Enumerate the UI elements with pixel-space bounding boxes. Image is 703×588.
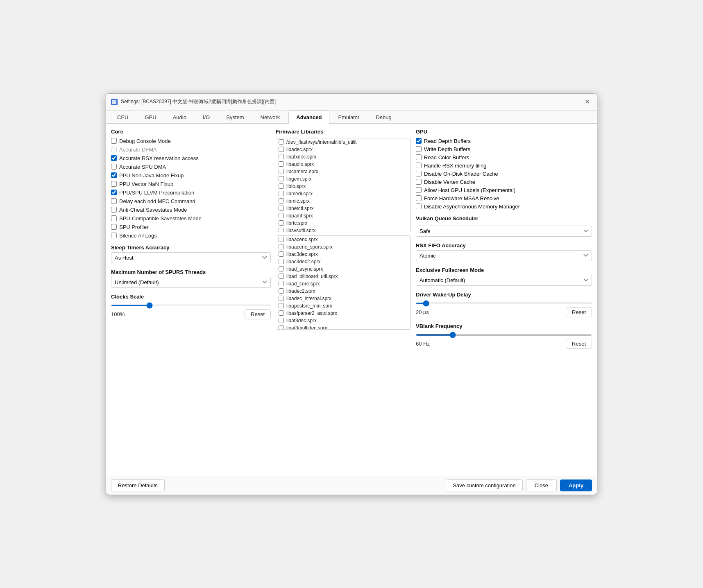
firmware-checkbox[interactable]	[279, 325, 284, 330]
firmware-checkbox[interactable]	[279, 191, 284, 196]
vulkan-queue-label: Vulkan Queue Scheduler	[416, 215, 592, 222]
firmware-checkbox[interactable]	[279, 310, 284, 316]
vertex-cache-checkbox[interactable]	[416, 179, 422, 185]
firmware-label: libad_core.sprx	[286, 281, 320, 287]
firmware-checkbox[interactable]	[279, 183, 284, 189]
firmware-label: libaudio.sprx	[286, 161, 314, 167]
tab-debug[interactable]: Debug	[368, 111, 399, 124]
checkbox-silence-logs: Silence All Logs	[111, 233, 271, 239]
tab-system[interactable]: System	[218, 111, 252, 124]
debug-console-checkbox[interactable]	[111, 138, 117, 144]
list-item: libad_async.sprx	[276, 265, 410, 273]
fullscreen-select[interactable]: Automatic (Default) Enable Disable	[416, 275, 592, 286]
checkbox-delay-mfc: Delay each odd MFC Command	[111, 198, 271, 204]
firmware-label: libat3multidec.sprx	[286, 325, 327, 330]
disk-shader-checkbox[interactable]	[416, 171, 422, 176]
apply-button[interactable]: Apply	[560, 479, 592, 491]
firmware-checkbox[interactable]	[279, 288, 284, 294]
firmware-label: libpamf.sprx	[286, 213, 313, 219]
ppu-non-java-checkbox[interactable]	[111, 172, 117, 178]
firmware-checkbox[interactable]	[279, 220, 284, 226]
ppu-vector-nan-checkbox[interactable]	[111, 181, 117, 187]
firmware-checkbox[interactable]	[279, 296, 284, 301]
firmware-checkbox[interactable]	[279, 303, 284, 308]
driver-wakeup-slider[interactable]	[416, 303, 592, 304]
anti-cheat-checkbox[interactable]	[111, 207, 117, 213]
write-depth-checkbox[interactable]	[416, 146, 422, 152]
firmware-checkbox[interactable]	[279, 228, 284, 232]
spu-profiler-checkbox[interactable]	[111, 224, 117, 230]
list-item: libmic.sprx	[276, 197, 410, 205]
tab-io[interactable]: I/O	[195, 111, 218, 124]
tab-advanced[interactable]: Advanced	[288, 111, 329, 124]
host-gpu-labels-label: Allow Host GPU Labels (Experimental)	[424, 187, 515, 193]
firmware-checkbox[interactable]	[279, 147, 284, 152]
firmware-checkbox[interactable]	[279, 161, 284, 167]
silence-logs-label: Silence All Logs	[119, 233, 157, 239]
read-depth-checkbox[interactable]	[416, 138, 422, 144]
vulkan-queue-select[interactable]: Safe Fast Conservative	[416, 226, 592, 237]
firmware-checkbox[interactable]	[279, 169, 284, 174]
tab-cpu[interactable]: CPU	[109, 111, 136, 124]
svg-rect-0	[112, 100, 116, 104]
firmware-checkbox[interactable]	[279, 318, 284, 323]
sleep-timers-select[interactable]: As Host All Timers Usleep Only Never	[111, 252, 271, 263]
firmware-label: libmedi.sprx	[286, 191, 313, 197]
firmware-checkbox[interactable]	[279, 213, 284, 218]
rsx-tiling-checkbox[interactable]	[416, 163, 422, 168]
firmware-checkbox[interactable]	[279, 176, 284, 181]
firmware-checkbox[interactable]	[279, 154, 284, 159]
firmware-label: libad_async.sprx	[286, 266, 323, 272]
firmware-checkbox[interactable]	[279, 266, 284, 271]
clocks-scale-label: Clocks Scale	[111, 294, 271, 300]
list-item: libatxdec.sprx	[276, 153, 410, 161]
firmware-checkbox[interactable]	[279, 206, 284, 211]
spu-compatible-checkbox[interactable]	[111, 215, 117, 221]
clocks-scale-slider[interactable]	[111, 305, 271, 306]
firmware-checkbox[interactable]	[279, 237, 284, 242]
tab-emulator[interactable]: Emulator	[330, 111, 367, 124]
list-item: libat3multidec.sprx	[276, 324, 410, 330]
close-button[interactable]: Close	[526, 479, 557, 491]
right-panel: GPU Read Depth Buffers Write Depth Buffe…	[416, 129, 592, 471]
delay-mfc-label: Delay each odd MFC Command	[119, 198, 195, 204]
list-item: libasfparser2_astd.sprx	[276, 310, 410, 317]
list-item: libsysutil.sprx	[276, 227, 410, 232]
rsx-fifo-select[interactable]: Atomic Relaxed Loose	[416, 250, 592, 261]
tab-network[interactable]: Network	[253, 111, 288, 124]
read-color-checkbox[interactable]	[416, 154, 422, 160]
close-window-button[interactable]: ✕	[582, 97, 592, 107]
silence-logs-checkbox[interactable]	[111, 233, 117, 238]
accurate-spu-dma-checkbox[interactable]	[111, 164, 117, 170]
firmware-checkbox[interactable]	[279, 139, 284, 145]
firmware-checkbox[interactable]	[279, 244, 284, 249]
tab-audio[interactable]: Audio	[165, 111, 194, 124]
vblank-reset-button[interactable]: Reset	[566, 339, 592, 349]
list-item: libapostsrc_mini.sprx	[276, 302, 410, 310]
firmware-checkbox[interactable]	[279, 281, 284, 286]
sleep-timers-label: Sleep Timers Accuracy	[111, 244, 271, 251]
firmware-checkbox[interactable]	[279, 259, 284, 264]
save-custom-button[interactable]: Save custom configuration	[446, 479, 522, 491]
clocks-scale-reset-button[interactable]: Reset	[245, 309, 271, 319]
restore-defaults-button[interactable]: Restore Defaults	[111, 479, 165, 491]
read-depth-label: Read Depth Buffers	[424, 138, 471, 144]
firmware-checkbox[interactable]	[279, 251, 284, 257]
async-memory-checkbox[interactable]	[416, 204, 422, 209]
checkbox-ppu-vector-nan: PPU Vector NaN Fixup	[111, 181, 271, 187]
firmware-checkbox[interactable]	[279, 274, 284, 279]
tab-gpu[interactable]: GPU	[137, 111, 164, 124]
driver-wakeup-reset-button[interactable]: Reset	[566, 307, 592, 317]
rsx-reservation-checkbox[interactable]	[111, 155, 117, 161]
vblank-slider[interactable]	[416, 334, 592, 336]
ppu-spu-llvm-checkbox[interactable]	[111, 190, 117, 195]
msaa-resolve-label: Force Hardware MSAA Resolve	[424, 195, 499, 201]
accurate-dfma-checkbox[interactable]	[111, 147, 117, 152]
host-gpu-labels-checkbox[interactable]	[416, 187, 422, 193]
spu-profiler-label: SPU Profiler	[119, 224, 149, 230]
firmware-label: libapostsrc_mini.sprx	[286, 303, 332, 309]
firmware-checkbox[interactable]	[279, 198, 284, 204]
msaa-resolve-checkbox[interactable]	[416, 195, 422, 201]
spurs-threads-select[interactable]: Unlimited (Default) 654321	[111, 277, 271, 288]
delay-mfc-checkbox[interactable]	[111, 198, 117, 204]
